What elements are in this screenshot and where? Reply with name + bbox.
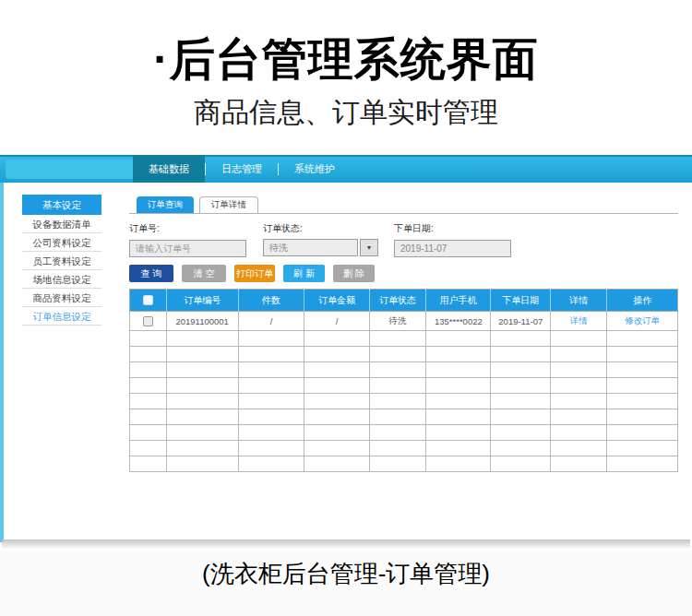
- empty-cell: [551, 425, 607, 441]
- sidebar-item-company-info[interactable]: 公司资料设定: [22, 233, 101, 252]
- order-no-input[interactable]: [129, 240, 246, 257]
- print-order-button[interactable]: 打印订单: [234, 265, 275, 282]
- empty-cell: [426, 331, 491, 347]
- sidebar-item-site-info[interactable]: 场地信息设定: [22, 270, 101, 289]
- empty-cell: [166, 362, 238, 378]
- empty-cell: [130, 347, 167, 362]
- nav-tab-basic-data[interactable]: 基础数据: [133, 155, 205, 183]
- empty-cell: [426, 425, 491, 441]
- empty-cell: [607, 394, 678, 409]
- empty-cell: [607, 331, 678, 347]
- sidebar-item-staff-info[interactable]: 员工资料设定: [22, 252, 101, 270]
- order-date-input[interactable]: [394, 240, 511, 257]
- empty-cell: [551, 456, 607, 472]
- column-header-detail: 详情: [551, 290, 607, 312]
- empty-cell: [491, 409, 551, 425]
- empty-cell: [304, 425, 369, 441]
- empty-cell: [369, 331, 426, 347]
- main-panel: 订单查询订单详情 订单号: 订单状态: 待洗 ▼ 下单日期: 查 询清 空打: [129, 196, 678, 501]
- cell-pieces: /: [238, 312, 304, 331]
- empty-cell: [369, 347, 426, 362]
- empty-cell: [491, 378, 551, 394]
- empty-cell: [491, 362, 551, 378]
- query-button[interactable]: 查 询: [129, 265, 173, 282]
- refresh-button[interactable]: 刷 新: [283, 265, 325, 282]
- empty-cell: [130, 409, 167, 425]
- empty-cell: [491, 425, 551, 441]
- empty-cell: [607, 409, 678, 425]
- empty-cell: [426, 347, 491, 362]
- select-all-checkbox[interactable]: [143, 295, 153, 305]
- empty-cell: [304, 456, 369, 472]
- cell-order-no: 20191100001: [166, 312, 238, 331]
- order-date-filter: 下单日期:: [394, 222, 511, 257]
- orders-table: 订单编号件数订单金额订单状态用户手机下单日期详情操作 20191100001//…: [129, 289, 678, 472]
- empty-cell: [130, 456, 167, 472]
- column-header-action: 操作: [607, 290, 678, 312]
- order-status-label: 订单状态:: [263, 222, 378, 235]
- empty-table-row: [130, 362, 678, 378]
- nav-tab-system-maintenance[interactable]: 系统维护: [279, 155, 351, 183]
- empty-cell: [551, 394, 607, 409]
- empty-cell: [491, 441, 551, 456]
- empty-cell: [426, 362, 491, 378]
- select-dropdown-button[interactable]: ▼: [360, 239, 378, 256]
- order-no-label: 订单号:: [129, 222, 246, 235]
- row-select-cell: [130, 312, 167, 331]
- modify-order-link[interactable]: 修改订单: [625, 315, 660, 326]
- empty-cell: [369, 425, 426, 441]
- empty-cell: [238, 441, 304, 456]
- order-date-label: 下单日期:: [394, 222, 511, 235]
- empty-cell: [491, 331, 551, 347]
- empty-cell: [491, 347, 551, 362]
- action-buttons: 查 询清 空打印订单刷 新删 除: [129, 265, 375, 282]
- page: ·后台管理系统界面 商品信息、订单实时管理 基础数据日志管理系统维护 基本设定 …: [0, 0, 692, 616]
- empty-table-row: [130, 409, 678, 425]
- empty-cell: [166, 456, 238, 472]
- empty-table-row: [130, 331, 678, 347]
- cell-status: 待洗: [369, 312, 426, 331]
- nav-tab-log-management[interactable]: 日志管理: [206, 155, 278, 183]
- clear-button[interactable]: 清 空: [182, 265, 226, 282]
- left-accent-strip: [0, 183, 4, 542]
- card-bottom-shadow: [2, 539, 690, 550]
- sidebar-item-device-data-list[interactable]: 设备数据清单: [22, 215, 101, 233]
- order-status-select[interactable]: 待洗: [263, 239, 358, 256]
- empty-cell: [551, 441, 607, 456]
- order-detail-link[interactable]: 详情: [570, 315, 588, 326]
- sidebar-item-order-info[interactable]: 订单信息设定: [22, 307, 101, 326]
- row-checkbox[interactable]: [143, 316, 153, 326]
- empty-cell: [607, 378, 678, 394]
- column-header-pieces: 件数: [238, 290, 304, 312]
- column-header-order-no: 订单编号: [166, 290, 238, 312]
- empty-table-row: [130, 347, 678, 362]
- page-subtitle: 商品信息、订单实时管理: [0, 94, 692, 132]
- empty-cell: [166, 425, 238, 441]
- empty-cell: [607, 425, 678, 441]
- empty-cell: [369, 409, 426, 425]
- empty-cell: [166, 394, 238, 409]
- empty-cell: [551, 409, 607, 425]
- sidebar-item-product-info[interactable]: 商品资料设定: [22, 289, 101, 307]
- delete-button[interactable]: 删 除: [333, 265, 375, 282]
- empty-cell: [166, 378, 238, 394]
- table-body: 20191100001//待洗135****00222019-11-07详情修改…: [130, 312, 678, 472]
- top-navbar: 基础数据日志管理系统维护: [0, 155, 692, 183]
- empty-cell: [304, 331, 369, 347]
- empty-cell: [607, 347, 678, 362]
- empty-cell: [304, 409, 369, 425]
- cell-date: 2019-11-07: [491, 312, 551, 331]
- order-no-filter: 订单号:: [129, 222, 246, 257]
- column-header-status: 订单状态: [369, 290, 426, 312]
- empty-cell: [166, 409, 238, 425]
- tab-order-detail[interactable]: 订单详情: [199, 196, 258, 213]
- nav-tabs: 基础数据日志管理系统维护: [133, 155, 351, 183]
- tab-order-query[interactable]: 订单查询: [137, 196, 194, 213]
- empty-cell: [491, 394, 551, 409]
- cell-detail: 详情: [551, 312, 607, 331]
- order-status-filter: 订单状态: 待洗 ▼: [263, 222, 378, 256]
- empty-cell: [130, 394, 167, 409]
- chevron-down-icon: ▼: [366, 244, 373, 251]
- empty-cell: [166, 331, 238, 347]
- empty-cell: [304, 394, 369, 409]
